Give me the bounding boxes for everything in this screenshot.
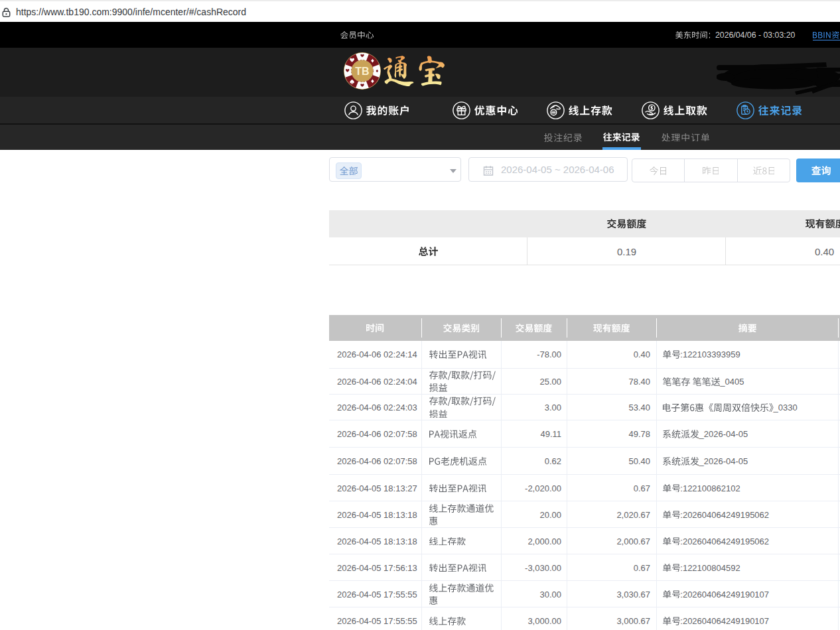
svg-text:TB: TB — [355, 66, 369, 77]
